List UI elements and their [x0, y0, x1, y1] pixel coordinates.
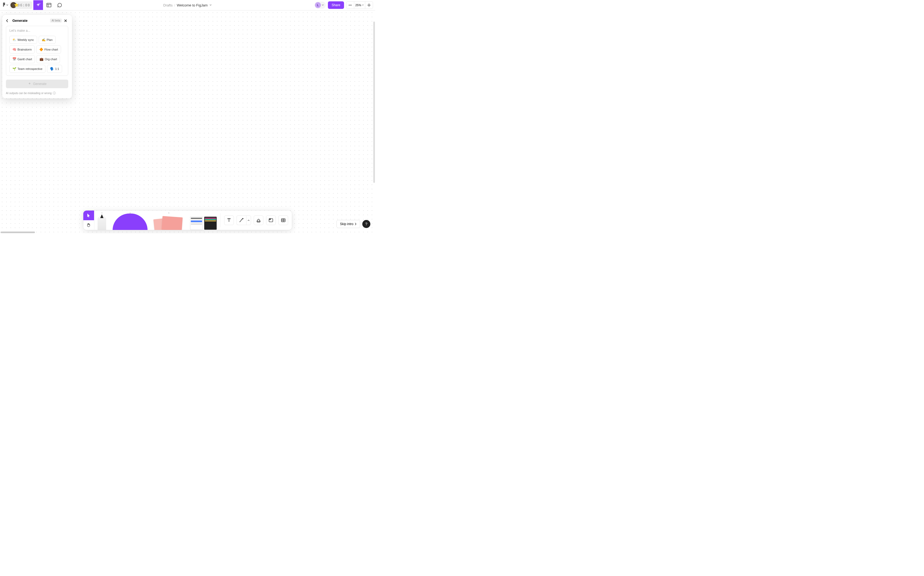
- chip-label: Flow chart: [44, 48, 58, 51]
- timer-widget[interactable]: ⭐ 06:00: [10, 2, 32, 9]
- chip-plan[interactable]: ✍️Plan: [39, 36, 56, 44]
- svg-rect-5: [367, 5, 370, 5]
- chip-label: Weekly sync: [18, 38, 34, 42]
- chip-label: Org chart: [45, 58, 57, 61]
- chip-team-retrospective[interactable]: 🌱Team retrospective: [10, 65, 45, 73]
- breadcrumb-separator: /: [174, 3, 175, 7]
- hand-icon: [86, 223, 91, 227]
- zoom-group: 25%: [346, 2, 373, 9]
- skip-intro-label: Skip intro: [340, 222, 353, 226]
- section-tool[interactable]: [266, 215, 276, 225]
- hand-tool[interactable]: [83, 220, 94, 230]
- comments-button[interactable]: [55, 0, 64, 10]
- chevron-up-icon: ⌃: [168, 212, 170, 215]
- shape-preview: [113, 213, 148, 230]
- diamond-icon: 🔶: [39, 48, 43, 51]
- marker-tool[interactable]: ⌃: [94, 211, 109, 230]
- pointer-icon: [87, 213, 91, 218]
- share-button[interactable]: Share: [328, 2, 344, 9]
- sparkle-icon: [28, 82, 32, 86]
- help-button[interactable]: ?: [362, 220, 370, 228]
- chip-label: Gantt chart: [18, 58, 32, 61]
- seedling-icon: 🌱: [12, 67, 16, 71]
- stamp-tool[interactable]: [254, 215, 263, 225]
- breadcrumb: Drafts / Welcome to FigJam: [163, 3, 212, 7]
- tool-actions: [220, 211, 292, 230]
- chip-label: 1:1: [55, 67, 59, 70]
- chevron-down-icon: [6, 4, 8, 6]
- speaking-head-icon: 🗣️: [50, 67, 54, 71]
- ai-beta-badge: AI beta: [50, 19, 62, 22]
- vertical-scrollbar[interactable]: [373, 21, 375, 183]
- sticky-preview: [154, 215, 184, 230]
- chip-flow-chart[interactable]: 🔶Flow chart: [36, 45, 61, 53]
- layout-button[interactable]: [44, 0, 54, 10]
- timer-text: 06:00: [18, 3, 30, 7]
- text-tool[interactable]: [224, 215, 234, 225]
- zoom-level[interactable]: 25%: [354, 2, 365, 9]
- calendar-icon: 📅: [12, 57, 16, 61]
- chip-brainstorm[interactable]: 🧠Brainstorm: [10, 45, 35, 53]
- chip-weekly-sync[interactable]: ⛅Weekly sync: [10, 36, 37, 44]
- chip-label: Team retrospective: [18, 67, 43, 70]
- chevron-down-icon: [362, 4, 364, 6]
- pointer-tool-group: [83, 211, 94, 230]
- bottom-toolbar: ⌃ ⌃ ⌃: [83, 211, 292, 230]
- zoom-value: 25%: [355, 3, 361, 7]
- chip-gantt-chart[interactable]: 📅Gantt chart: [10, 55, 35, 63]
- chevron-down-icon: [321, 4, 325, 6]
- chevron-down-icon[interactable]: [209, 4, 212, 6]
- svg-point-7: [54, 92, 54, 93]
- figma-icon: [2, 3, 6, 8]
- timer-icon: ⭐: [11, 2, 16, 8]
- chevron-left-icon: [6, 19, 9, 22]
- breadcrumb-title[interactable]: Welcome to FigJam: [177, 3, 208, 7]
- close-button[interactable]: [64, 19, 68, 22]
- header-right: L Share 25%: [314, 2, 373, 9]
- chip-org-chart[interactable]: 💼Org chart: [37, 55, 60, 63]
- back-button[interactable]: [6, 19, 10, 22]
- section-icon: [268, 218, 273, 222]
- widget-tool[interactable]: [187, 211, 220, 230]
- widget-preview: [190, 216, 217, 230]
- connector-tool[interactable]: [236, 215, 246, 225]
- horizontal-scrollbar[interactable]: [0, 232, 35, 233]
- skip-intro-button[interactable]: Skip intro: [337, 220, 360, 228]
- chip-one-on-one[interactable]: 🗣️1:1: [47, 65, 62, 73]
- sticky-note-tool[interactable]: ⌃: [151, 211, 187, 230]
- main-menu-button[interactable]: [2, 2, 9, 8]
- breadcrumb-drafts[interactable]: Drafts: [163, 3, 173, 7]
- shape-tool[interactable]: ⌃: [109, 211, 151, 230]
- chip-label: Plan: [47, 38, 53, 42]
- svg-rect-10: [269, 219, 271, 220]
- connector-tool-group: [236, 215, 251, 225]
- table-tool[interactable]: [278, 215, 288, 225]
- ai-generate-button[interactable]: [34, 0, 43, 10]
- chip-label: Brainstorm: [18, 48, 32, 51]
- chevron-up-icon: ⌃: [129, 212, 131, 215]
- ai-disclaimer: AI outputs can be misleading or wrong: [6, 91, 68, 94]
- comment-icon: [57, 3, 62, 8]
- suggestion-chips: ⛅Weekly sync ✍️Plan 🧠Brainstorm 🔶Flow ch…: [10, 36, 65, 73]
- layout-icon: [46, 3, 51, 7]
- select-tool[interactable]: [83, 211, 94, 220]
- brain-icon: 🧠: [12, 48, 16, 51]
- avatar: L: [315, 2, 321, 8]
- connector-icon: [239, 218, 244, 222]
- info-icon[interactable]: [53, 91, 56, 94]
- avatar-menu[interactable]: L: [314, 2, 326, 9]
- zoom-in-button[interactable]: [365, 2, 373, 9]
- prompt-input[interactable]: Let's make a... ⛅Weekly sync ✍️Plan 🧠Bra…: [6, 26, 68, 76]
- connector-options[interactable]: [246, 215, 251, 225]
- plus-icon: [367, 3, 370, 7]
- chevron-up-icon: [247, 219, 250, 221]
- sparkle-icon: [35, 2, 41, 8]
- minus-icon: [349, 5, 352, 5]
- generate-button[interactable]: Generate: [6, 80, 68, 88]
- stamp-icon: [256, 218, 261, 222]
- zoom-out-button[interactable]: [346, 2, 354, 9]
- header: ⭐ 06:00 Drafts / Welcome to FigJam L Sha…: [0, 0, 375, 11]
- svg-rect-3: [349, 5, 352, 5]
- header-left: ⭐ 06:00: [2, 0, 64, 10]
- generate-panel-header: Generate AI beta: [6, 19, 68, 22]
